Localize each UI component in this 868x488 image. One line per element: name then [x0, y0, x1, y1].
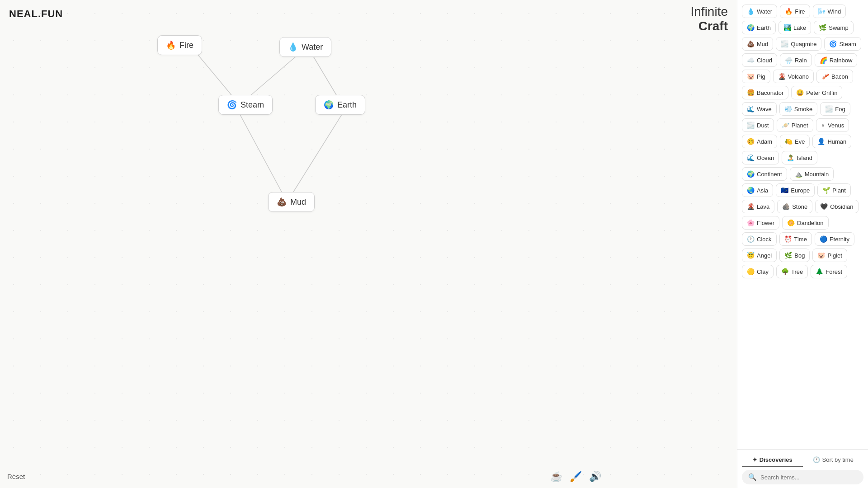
item-label: Fire	[795, 8, 805, 15]
node-label: Water	[302, 42, 323, 52]
item-chip-swamp[interactable]: 🌿Swamp	[814, 21, 853, 34]
item-chip-wind[interactable]: 🌬️Wind	[813, 5, 846, 18]
item-chip-mud[interactable]: 💩Mud	[742, 37, 773, 51]
item-chip-clay[interactable]: 🟡Clay	[742, 265, 774, 278]
item-label: Plant	[832, 187, 846, 194]
item-chip-flower[interactable]: 🌸Flower	[742, 216, 779, 230]
item-chip-piglet[interactable]: 🐷Piglet	[812, 249, 847, 262]
item-chip-smoke[interactable]: 💨Smoke	[779, 102, 817, 116]
item-emoji: ⛰️	[795, 170, 802, 178]
item-label: Human	[827, 138, 846, 145]
item-chip-dandelion[interactable]: 🌼Dandelion	[782, 216, 829, 230]
item-chip-wave[interactable]: 🌊Wave	[742, 102, 777, 116]
item-label: Water	[757, 8, 772, 15]
item-emoji: 🥓	[821, 73, 829, 80]
right-panel: 💧Water🔥Fire🌬️Wind🌍Earth🏞️Lake🌿Swamp💩Mud🌫…	[737, 0, 868, 488]
item-chip-water[interactable]: 💧Water	[742, 5, 777, 18]
item-chip-island[interactable]: 🏝️Island	[782, 151, 817, 164]
search-input[interactable]	[760, 474, 857, 481]
item-label: Cloud	[757, 57, 772, 64]
item-chip-mountain[interactable]: ⛰️Mountain	[790, 167, 834, 181]
item-chip-cloud[interactable]: ☁️Cloud	[742, 53, 777, 67]
item-chip-rainbow[interactable]: 🌈Rainbow	[815, 53, 858, 67]
item-chip-fog[interactable]: 🌫️Fog	[820, 102, 850, 116]
connector-lines	[0, 0, 737, 488]
item-chip-earth[interactable]: 🌍Earth	[742, 21, 776, 34]
item-emoji: 🐷	[747, 73, 755, 80]
item-chip-stone[interactable]: 🪨Stone	[777, 200, 812, 213]
item-chip-adam[interactable]: 😊Adam	[742, 135, 777, 148]
item-chip-steam[interactable]: 🌀Steam	[824, 37, 861, 51]
item-label: Continent	[757, 171, 782, 178]
item-chip-asia[interactable]: 🌏Asia	[742, 183, 773, 197]
item-label: Adam	[757, 138, 772, 145]
item-emoji: 🌧️	[785, 56, 793, 64]
item-chip-volcano[interactable]: 🌋Volcano	[773, 70, 814, 83]
item-chip-continent[interactable]: 🌍Continent	[742, 167, 787, 181]
item-chip-lava[interactable]: 🌋Lava	[742, 200, 774, 213]
item-chip-ocean[interactable]: 🌊Ocean	[742, 151, 779, 164]
item-emoji: 🌊	[747, 154, 755, 161]
item-label: Ocean	[757, 155, 774, 161]
item-label: Bog	[794, 252, 805, 259]
item-chip-venus[interactable]: ♀️Venus	[816, 118, 849, 132]
item-chip-eve[interactable]: 🍋Eve	[780, 135, 810, 148]
item-chip-planet[interactable]: 🪐Planet	[777, 118, 813, 132]
node-label: Earth	[337, 100, 357, 110]
item-label: Eternity	[830, 236, 849, 243]
item-chip-obsidian[interactable]: 🖤Obsidian	[815, 200, 858, 213]
item-chip-angel[interactable]: 😇Angel	[742, 249, 777, 262]
panel-tab-sort[interactable]: 🕐Sort by time	[803, 453, 864, 467]
bottom-controls: Reset	[0, 465, 610, 488]
item-label: Piglet	[827, 252, 842, 259]
item-emoji: 🐷	[817, 252, 825, 259]
item-label: Clay	[757, 268, 769, 275]
item-chip-time[interactable]: ⏰Time	[779, 232, 812, 246]
item-label: Lava	[757, 203, 769, 210]
item-label: Baconator	[757, 89, 783, 96]
item-label: Mountain	[805, 171, 829, 178]
item-chip-peter-griffin[interactable]: 😀Peter Griffin	[791, 86, 842, 99]
item-chip-forest[interactable]: 🌲Forest	[811, 265, 847, 278]
item-emoji: 🌫️	[825, 105, 833, 113]
item-label: Forest	[826, 268, 842, 275]
item-label: Lake	[793, 24, 806, 31]
item-chip-tree[interactable]: 🌳Tree	[776, 265, 808, 278]
panel-tabs: ✦Discoveries🕐Sort by time	[742, 453, 863, 467]
canvas-node-mud[interactable]: 💩Mud	[268, 192, 315, 212]
canvas-node-fire[interactable]: 🔥Fire	[157, 35, 202, 55]
item-chip-baconator[interactable]: 🍔Baconator	[742, 86, 788, 99]
panel-tab-discoveries[interactable]: ✦Discoveries	[742, 453, 803, 467]
item-chip-bacon[interactable]: 🥓Bacon	[816, 70, 853, 83]
item-chip-plant[interactable]: 🌱Plant	[817, 183, 851, 197]
canvas-node-steam[interactable]: 🌀Steam	[218, 95, 273, 115]
item-label: Eve	[795, 138, 805, 145]
item-chip-europe[interactable]: 🇪🇺Europe	[776, 183, 815, 197]
reset-button[interactable]: Reset	[7, 473, 25, 480]
item-chip-clock[interactable]: 🕐Clock	[742, 232, 777, 246]
item-chip-fire[interactable]: 🔥Fire	[780, 5, 810, 18]
node-emoji: 💧	[288, 42, 298, 52]
item-chip-lake[interactable]: 🏞️Lake	[778, 21, 811, 34]
item-emoji: 🌫️	[781, 40, 788, 47]
item-chip-eternity[interactable]: 🔵Eternity	[815, 232, 854, 246]
item-chip-rain[interactable]: 🌧️Rain	[780, 53, 812, 67]
item-chip-human[interactable]: 👤Human	[812, 135, 851, 148]
canvas-node-water[interactable]: 💧Water	[279, 37, 331, 57]
canvas-area: NEAL.FUN Infinite Craft 🔥Fire💧Water🌀Stea…	[0, 0, 737, 488]
item-label: Peter Griffin	[806, 89, 837, 96]
item-emoji: 🔵	[820, 235, 827, 243]
item-emoji: 😀	[796, 89, 804, 96]
item-label: Rain	[795, 57, 807, 64]
item-label: Dust	[757, 122, 769, 129]
item-chip-bog[interactable]: 🌿Bog	[779, 249, 810, 262]
node-emoji: 🌍	[324, 100, 334, 110]
canvas-node-earth[interactable]: 🌍Earth	[315, 95, 365, 115]
item-label: Venus	[828, 122, 844, 129]
item-chip-pig[interactable]: 🐷Pig	[742, 70, 770, 83]
item-chip-quagmire[interactable]: 🌫️Quagmire	[776, 37, 821, 51]
tab-icon: 🕐	[813, 456, 820, 463]
item-label: Steam	[839, 41, 856, 47]
item-chip-dust[interactable]: 🌫️Dust	[742, 118, 774, 132]
node-emoji: 🌀	[227, 100, 237, 110]
